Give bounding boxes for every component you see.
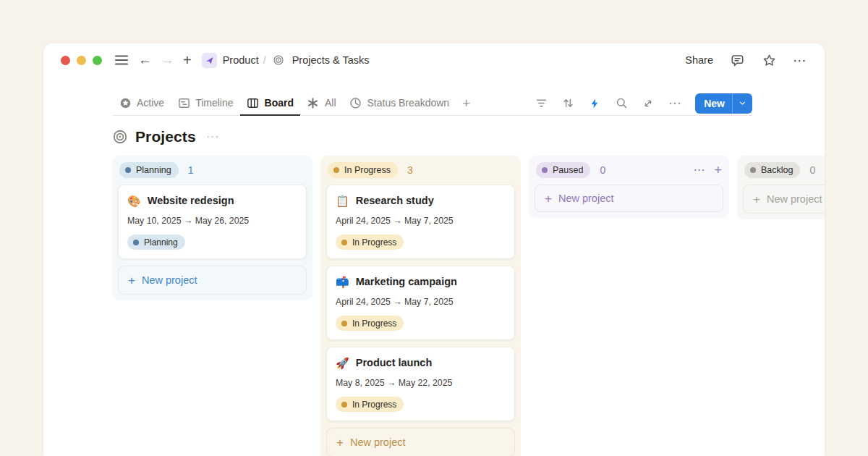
more-options-icon[interactable]: ⋯: [793, 54, 807, 67]
back-icon[interactable]: ←: [138, 52, 152, 68]
card-date-range: May 10, 2025 → May 26, 2025: [127, 216, 297, 226]
card-title: Product launch: [356, 357, 433, 368]
tab-label: Timeline: [195, 97, 233, 109]
new-project-label: New project: [767, 193, 822, 205]
new-button[interactable]: New: [695, 93, 752, 114]
minimize-window-button[interactable]: [77, 56, 86, 65]
column-count: 0: [600, 164, 605, 176]
new-project-button[interactable]: + New project: [326, 428, 515, 456]
status-dot: [133, 240, 139, 245]
new-project-label: New project: [558, 193, 614, 204]
project-card[interactable]: 🚀 Product launch May 8, 2025 → May 22, 2…: [326, 347, 515, 421]
status-dot: [341, 402, 347, 408]
tab-board[interactable]: Board: [240, 91, 300, 116]
active-view-icon: [119, 96, 132, 109]
breadcrumb-separator: /: [263, 54, 266, 66]
all-view-icon: [307, 96, 320, 109]
filter-icon[interactable]: [535, 97, 548, 110]
card-emoji: 📫: [336, 276, 349, 287]
tab-label: Active: [137, 97, 164, 109]
column-header: In Progress 3: [326, 161, 515, 179]
card-emoji: 🚀: [336, 358, 349, 368]
column-in-progress: In Progress 3 📋 Research study April 24,…: [320, 156, 521, 456]
new-button-label: New: [695, 98, 732, 109]
column-add-icon[interactable]: +: [714, 164, 722, 177]
column-backlog: Backlog 0 + New project: [737, 156, 825, 219]
tab-label: Board: [265, 97, 294, 109]
card-title: Research study: [356, 195, 434, 206]
tab-timeline[interactable]: Timeline: [171, 91, 239, 116]
page-title-more-icon[interactable]: ⋯: [206, 129, 220, 145]
status-dot: [341, 321, 347, 326]
view-more-icon[interactable]: ⋯: [668, 97, 681, 109]
status-dot: [750, 167, 756, 173]
expand-icon[interactable]: [642, 97, 655, 110]
status-dot: [333, 167, 339, 173]
card-title: Website redesign: [148, 195, 234, 206]
tab-status-breakdown[interactable]: Status Breakdown: [343, 91, 456, 116]
breadcrumb-page[interactable]: Projects & Tasks: [292, 54, 370, 66]
status-pill-in-progress[interactable]: In Progress: [328, 162, 398, 178]
projects-target-icon: [112, 129, 128, 145]
status-pill-paused[interactable]: Paused: [536, 162, 590, 178]
new-project-button[interactable]: + New project: [535, 185, 723, 212]
column-header: Planning 1: [118, 161, 307, 179]
status-label: In Progress: [352, 318, 396, 329]
page-title: Projects: [135, 128, 196, 145]
timeline-view-icon: [177, 96, 190, 109]
share-button[interactable]: Share: [685, 54, 713, 66]
status-dot: [341, 240, 347, 245]
board-view-icon: [247, 96, 260, 109]
status-pill-planning[interactable]: Planning: [119, 162, 179, 178]
status-label: Paused: [553, 165, 583, 175]
project-card[interactable]: 📋 Research study April 24, 2025 → May 7,…: [326, 185, 515, 259]
tab-label: All: [325, 97, 336, 109]
column-planning: Planning 1 🎨 Website redesign May 10, 20…: [112, 156, 312, 300]
status-label: In Progress: [352, 237, 396, 248]
status-pill-backlog[interactable]: Backlog: [744, 162, 800, 178]
forward-icon[interactable]: →: [161, 52, 174, 68]
column-count: 3: [407, 164, 413, 176]
new-tab-icon[interactable]: +: [183, 52, 192, 69]
view-tabs: Active Timeline Board All: [112, 91, 477, 115]
status-dot: [125, 167, 131, 173]
chevron-down-icon[interactable]: [733, 99, 752, 107]
workspace-logo-icon[interactable]: [202, 53, 217, 68]
new-project-button[interactable]: + New project: [743, 185, 825, 214]
column-paused: Paused 0 ⋯ + + New project: [529, 156, 729, 218]
tab-active[interactable]: Active: [112, 91, 171, 116]
column-count: 0: [809, 164, 815, 176]
column-header: Paused 0 ⋯ +: [535, 161, 723, 179]
zoom-window-button[interactable]: [93, 56, 102, 65]
card-date-range: May 8, 2025 → May 22, 2025: [336, 378, 506, 388]
breadcrumb-workspace[interactable]: Product: [223, 54, 259, 66]
favorite-star-icon[interactable]: [761, 52, 777, 68]
column-actions: ⋯ +: [693, 164, 722, 177]
card-date-range: April 24, 2025 → May 7, 2025: [336, 297, 506, 307]
column-more-icon[interactable]: ⋯: [693, 164, 705, 176]
tab-all[interactable]: All: [300, 91, 343, 116]
add-view-icon[interactable]: +: [456, 91, 477, 115]
comments-icon[interactable]: [729, 52, 745, 68]
sort-icon[interactable]: [561, 97, 574, 110]
sidebar-toggle-icon[interactable]: [114, 52, 129, 68]
card-date-range: April 24, 2025 → May 7, 2025: [336, 216, 506, 226]
status-label: Backlog: [761, 165, 793, 175]
project-card[interactable]: 🎨 Website redesign May 10, 2025 → May 26…: [118, 185, 307, 259]
status-label: In Progress: [352, 400, 396, 410]
new-project-label: New project: [350, 436, 406, 448]
project-card[interactable]: 📫 Marketing campaign April 24, 2025 → Ma…: [326, 266, 515, 340]
kanban-board: Planning 1 🎨 Website redesign May 10, 20…: [43, 156, 825, 456]
automations-bolt-icon[interactable]: [588, 97, 601, 110]
close-window-button[interactable]: [61, 56, 70, 65]
view-controls: ⋯ New: [535, 93, 752, 114]
search-icon[interactable]: [615, 97, 628, 110]
new-project-button[interactable]: + New project: [118, 266, 307, 295]
status-label: Planning: [144, 237, 178, 248]
card-status-pill: In Progress: [336, 316, 404, 331]
target-icon: [271, 52, 286, 68]
page-title-row: Projects ⋯: [112, 124, 825, 149]
column-count: 1: [188, 164, 194, 176]
card-title: Marketing campaign: [356, 276, 457, 287]
traffic-lights: [61, 56, 102, 65]
